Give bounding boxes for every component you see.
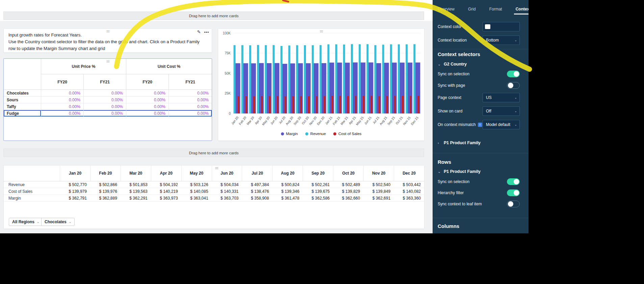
growth-grid-row[interactable]: Taffy0.00%0.00%0.00%0.00%: [4, 103, 212, 110]
legend-dot-icon: [333, 132, 336, 135]
growth-grid-cell[interactable]: 0.00%: [41, 110, 83, 117]
drag-handle-icon[interactable]: ⠿: [215, 167, 218, 170]
bar-cost-of-sales: [238, 96, 239, 113]
table-cell: $ 502,261: [303, 181, 333, 188]
growth-grid-row[interactable]: Sours0.00%0.00%0.00%0.00%: [4, 97, 212, 103]
growth-grid-cell[interactable]: 0.00%: [83, 90, 126, 96]
legend-item[interactable]: Cost of Sales: [333, 132, 361, 136]
group-label: G2 Country: [444, 62, 467, 67]
growth-grid-cell[interactable]: 0.00%: [169, 110, 212, 117]
row-label: Cost of Sales: [4, 188, 60, 195]
hierarchy-filter-toggle[interactable]: [507, 189, 520, 196]
margin-summary-chart-card[interactable]: ⠿ 025K50K75K100KJan 20Feb 20Mar 20Apr 20…: [218, 28, 424, 141]
growth-grid-cell[interactable]: 0.00%: [169, 90, 212, 96]
table-cell: $ 362,586: [303, 195, 333, 201]
column-header: Feb 20: [90, 165, 121, 181]
group-label: P1 Product Family: [444, 140, 481, 145]
table-cell: $ 502,540: [363, 181, 394, 188]
tab-grid[interactable]: Grid: [468, 7, 476, 11]
context-location-select[interactable]: Bottom⌄: [483, 35, 520, 45]
p1-product-family-group-toggle[interactable]: ›P1 Product Family: [438, 140, 481, 145]
rows-heading: Rows: [438, 159, 451, 165]
bar-revenue: [375, 45, 377, 113]
text-card[interactable]: ⠿ ✎ ••• Input growth rates for Forecast …: [3, 28, 212, 53]
drop-zone-top[interactable]: Drag here to add more cards: [3, 11, 424, 20]
tab-overview[interactable]: Overview: [438, 7, 455, 11]
g2-country-group-toggle[interactable]: ⌄G2 Country: [438, 62, 467, 67]
growth-grid-row[interactable]: Fudge0.00%0.00%0.00%0.00%: [4, 110, 212, 117]
drag-handle-icon[interactable]: ⠿: [319, 30, 323, 33]
show-on-card-select[interactable]: Off⌄: [483, 106, 520, 116]
table-cell: $ 139,976: [90, 188, 121, 195]
table-cell: $ 139,979: [60, 188, 90, 195]
region-context-selector[interactable]: All Regions ⌄: [9, 218, 43, 226]
chevron-right-icon: ›: [438, 141, 444, 145]
bar-cost-of-sales: [308, 96, 310, 113]
growth-grid-cell[interactable]: 0.00%: [41, 90, 83, 96]
sync-with-page-toggle[interactable]: [507, 82, 520, 89]
growth-grid-cell[interactable]: 0.00%: [126, 97, 169, 103]
rows-p1-product-family-toggle[interactable]: ⌄P1 Product Family: [438, 169, 481, 174]
table-header-row: Jan 20Feb 20Mar 20Apr 20May 20Jun 20Jul …: [4, 165, 424, 181]
y-axis-label: 25K: [225, 92, 231, 95]
context-mismatch-select[interactable]: Model default⌄: [483, 120, 520, 129]
bar-cost-of-sales: [253, 96, 255, 113]
drag-handle-icon[interactable]: ⠿: [106, 60, 109, 63]
growth-grid-cell[interactable]: 0.00%: [83, 103, 126, 110]
bar-revenue: [265, 45, 267, 113]
context-color-picker[interactable]: [483, 22, 520, 31]
info-icon[interactable]: i: [478, 123, 482, 127]
legend-item[interactable]: Revenue: [305, 132, 326, 136]
row-label[interactable]: Chocolates: [4, 90, 41, 96]
row-label[interactable]: Taffy: [4, 103, 41, 110]
financial-table-card[interactable]: ⠿ Jan 20Feb 20Mar 20Apr 20May 20Jun 20Ju…: [3, 165, 424, 229]
bar-margin: [337, 62, 342, 113]
x-axis-label: May 21: [355, 116, 364, 126]
row-label[interactable]: Sours: [4, 97, 41, 103]
edit-pencil-icon[interactable]: ✎: [197, 29, 201, 35]
bar-revenue: [351, 44, 353, 113]
bar-cost-of-sales: [402, 96, 404, 113]
x-axis-label: Jun 21: [364, 116, 372, 125]
growth-grid-row[interactable]: Chocolates0.00%0.00%0.00%0.00%: [4, 90, 212, 97]
legend-dot-icon: [305, 132, 308, 135]
x-axis-label: Nov 21: [403, 116, 411, 126]
growth-grid-cell[interactable]: 0.00%: [169, 103, 212, 110]
bar-revenue: [312, 45, 314, 113]
drop-zone-middle[interactable]: Drag here to add more cards: [3, 149, 424, 157]
sync-context-to-leaf-toggle[interactable]: [507, 201, 520, 207]
bar-margin: [360, 62, 365, 113]
bar-cost-of-sales: [417, 96, 419, 113]
table-cell: $ 140,082: [394, 188, 424, 195]
growth-grid-cell[interactable]: 0.00%: [169, 97, 212, 103]
legend-item[interactable]: Margin: [281, 132, 298, 136]
product-context-selector[interactable]: Chocolates ⌄: [41, 218, 75, 226]
growth-grid-cell[interactable]: 0.00%: [83, 97, 126, 103]
page-context-select[interactable]: US⌄: [483, 93, 520, 102]
grid-corner: [4, 59, 41, 74]
select-value: Off: [486, 109, 491, 113]
rows-sync-on-selection-toggle[interactable]: [507, 178, 520, 185]
column-header: Mar 20: [121, 165, 151, 181]
growth-grid-cell[interactable]: 0.00%: [83, 110, 126, 117]
table-cell: $ 138,476: [242, 188, 272, 195]
growth-grid-cell[interactable]: 0.00%: [126, 110, 169, 117]
sync-on-selection-toggle[interactable]: [507, 71, 520, 77]
growth-grid-cell[interactable]: 0.00%: [41, 103, 83, 110]
growth-grid-cell[interactable]: 0.00%: [41, 97, 83, 103]
column-group-header: Unit Price %: [41, 59, 126, 74]
growth-grid-cell[interactable]: 0.00%: [126, 90, 169, 96]
bar-revenue: [234, 45, 236, 113]
setting-label: Sync on selection: [438, 179, 469, 184]
drag-handle-icon[interactable]: ⠿: [106, 30, 109, 33]
tab-context[interactable]: Context: [516, 7, 529, 11]
column-header: Dec 20: [394, 165, 424, 181]
table-row: Margin$ 362,791$ 362,889$ 362,291$ 363,9…: [4, 195, 424, 202]
card-menu-icon[interactable]: •••: [204, 29, 209, 35]
growth-grid-cell[interactable]: 0.00%: [126, 103, 169, 110]
table-cell: $ 140,085: [181, 188, 212, 195]
tab-format[interactable]: Format: [489, 7, 502, 11]
row-label[interactable]: Fudge: [4, 110, 41, 117]
growth-input-grid-card[interactable]: ⠿ Unit Price % Unit Cost % FY20 FY21 FY2…: [3, 58, 212, 141]
x-axis-label: Feb 20: [238, 116, 247, 126]
